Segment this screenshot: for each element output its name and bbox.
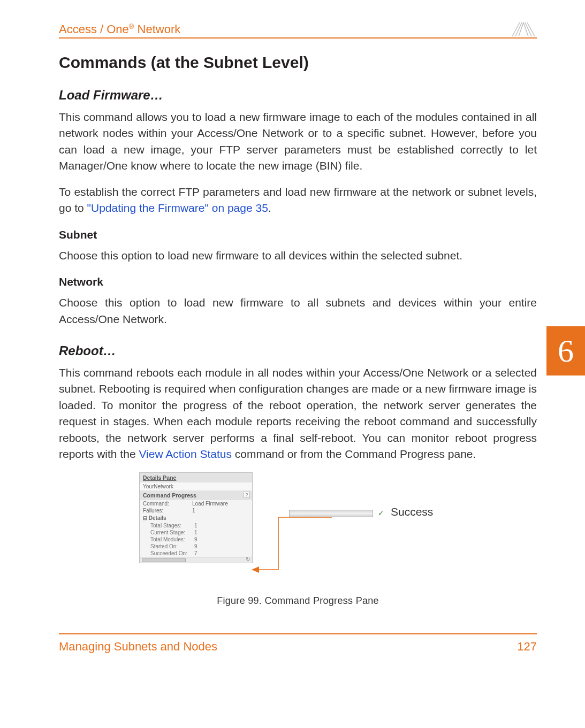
page-footer: Managing Subnets and Nodes 127 (59, 633, 537, 654)
footer-section-title: Managing Subnets and Nodes (59, 640, 217, 654)
row-details-label: Details (149, 515, 166, 521)
header-logo-icon (510, 21, 537, 36)
network-para: Choose this option to load new firmware … (59, 295, 537, 327)
heading-reboot: Reboot… (59, 343, 537, 358)
load-firmware-para1: This command allows you to load a new fi… (59, 109, 537, 174)
row-succeeded-on-value: 7 (194, 550, 249, 556)
heading-load-firmware: Load Firmware… (59, 88, 537, 103)
details-pane: Details Pane YourNetwork Command Progres… (139, 472, 253, 563)
row-current-stage-label: Current Stage: (150, 530, 194, 535)
row-details: ⊟ Details (140, 514, 252, 522)
check-icon: ✓ (378, 509, 384, 517)
row-total-modules-value: 9 (194, 537, 249, 542)
row-started-on-value: 9 (194, 543, 249, 549)
row-succeeded-on-label: Succeeded On: (150, 550, 194, 556)
row-total-stages-value: 1 (194, 523, 249, 528)
row-total-stages: Total Stages: 1 (140, 522, 252, 529)
header-title-suffix: Network (134, 22, 180, 36)
success-label: Success (391, 505, 433, 518)
row-total-stages-label: Total Stages: (150, 523, 194, 528)
command-progress-header: Command Progress (140, 491, 252, 500)
footer-page-number: 127 (517, 640, 537, 654)
chapter-tab: 6 (546, 326, 585, 376)
header-title-sup: ® (129, 22, 134, 30)
heading-commands: Commands (at the Subnet Level) (59, 53, 537, 72)
header-title: Access / One® Network (59, 22, 180, 36)
load-firmware-para2: To establish the correct FTP parameters … (59, 184, 537, 217)
row-current-stage: Current Stage: 1 (140, 529, 252, 536)
figure-99: Details Pane YourNetwork Command Progres… (59, 472, 537, 590)
row-total-modules: Total Modules: 9 (140, 536, 252, 543)
svg-marker-6 (252, 566, 259, 573)
heading-subnet: Subnet (59, 228, 537, 241)
header-title-prefix: Access / One (59, 22, 129, 36)
arrow-icon (252, 516, 332, 575)
row-total-modules-label: Total Modules: (150, 537, 194, 542)
page-header: Access / One® Network (59, 21, 537, 39)
row-command-label: Command: (143, 501, 192, 507)
reboot-para-b: command or from the Command Progress pan… (232, 448, 476, 460)
reboot-para-a: This command reboots each module in all … (59, 366, 537, 460)
row-failures-label: Failures: (143, 508, 192, 514)
progress-bar (289, 510, 373, 517)
details-pane-scrollbar[interactable] (140, 557, 252, 563)
row-started-on: Started On: 9 (140, 543, 252, 550)
row-failures: Failures: 1 (140, 507, 252, 514)
row-command-value: Load Firmware (192, 501, 249, 507)
row-succeeded-on: Succeeded On: 7 (140, 550, 252, 557)
load-firmware-para2b: . (268, 202, 271, 214)
row-current-stage-value: 1 (194, 530, 249, 535)
heading-network: Network (59, 275, 537, 288)
row-started-on-label: Started On: (150, 543, 194, 549)
link-updating-firmware[interactable]: "Updating the Firmware" on page 35 (87, 202, 268, 214)
details-pane-network: YourNetwork (140, 482, 252, 491)
link-view-action-status[interactable]: View Action Status (139, 448, 232, 460)
figure-caption: Figure 99. Command Progress Pane (59, 595, 537, 607)
details-pane-title: Details Pane (140, 473, 252, 482)
row-failures-value: 1 (192, 508, 249, 514)
reboot-para: This command reboots each module in all … (59, 365, 537, 463)
row-command: Command: Load Firmware (140, 500, 252, 507)
subnet-para: Choose this option to load new firmware … (59, 248, 537, 264)
